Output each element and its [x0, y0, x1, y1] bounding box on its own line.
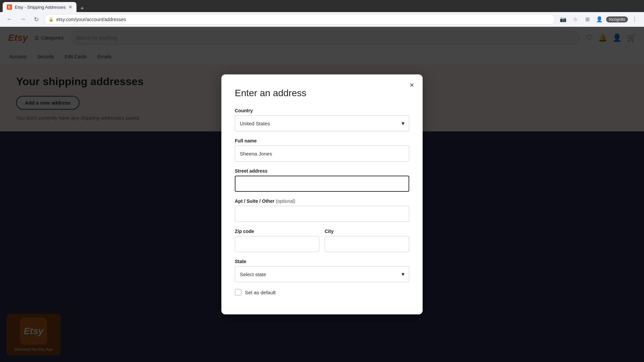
city-label: City	[325, 229, 409, 234]
fullname-input[interactable]	[235, 145, 409, 162]
address-modal: × Enter an address Country United States…	[221, 74, 423, 314]
country-label: Country	[235, 108, 409, 113]
camera-button[interactable]: 📷	[558, 14, 569, 25]
page-background: Etsy ☰ Categories Search for anything ♡ …	[0, 27, 644, 362]
street-label: Street address	[235, 168, 409, 174]
tab-title: Etsy - Shipping Addresses	[15, 5, 66, 10]
tab-bar: E Etsy - Shipping Addresses ✕ +	[0, 0, 644, 12]
state-select-wrapper: Select state Alabama Alaska Arizona Cali…	[235, 266, 409, 282]
state-group: State Select state Alabama Alaska Arizon…	[235, 259, 409, 282]
menu-button[interactable]: ⋮	[629, 14, 640, 25]
country-select[interactable]: United States Canada United Kingdom Aust…	[235, 115, 409, 131]
apt-input[interactable]	[235, 206, 409, 222]
lock-icon: 🔒	[49, 17, 54, 22]
street-group: Street address	[235, 168, 409, 192]
state-select[interactable]: Select state Alabama Alaska Arizona Cali…	[235, 266, 409, 282]
country-select-wrapper: United States Canada United Kingdom Aust…	[235, 115, 409, 131]
zip-label: Zip code	[235, 229, 319, 234]
city-group: City	[325, 229, 409, 252]
default-checkbox[interactable]	[235, 289, 241, 296]
apt-label: Apt / Suite / Other (optional)	[235, 198, 409, 204]
default-label: Set as default	[245, 290, 276, 295]
apt-optional: (optional)	[276, 198, 295, 204]
apt-group: Apt / Suite / Other (optional)	[235, 198, 409, 222]
zip-city-row: Zip code City	[235, 229, 409, 259]
street-input[interactable]	[235, 176, 409, 192]
tab-close-button[interactable]: ✕	[68, 4, 72, 10]
fullname-group: Full name	[235, 138, 409, 162]
modal-close-button[interactable]: ×	[407, 80, 417, 90]
default-checkbox-row: Set as default	[235, 289, 409, 296]
address-bar[interactable]: 🔒 etsy.com/your/account/addresses	[44, 14, 555, 25]
country-group: Country United States Canada United King…	[235, 108, 409, 131]
zip-group: Zip code	[235, 229, 319, 252]
reload-button[interactable]: ↻	[31, 14, 42, 25]
nav-bar: ← → ↻ 🔒 etsy.com/your/account/addresses …	[0, 12, 644, 27]
zip-input[interactable]	[235, 236, 319, 252]
modal-title: Enter an address	[235, 88, 409, 99]
back-button[interactable]: ←	[4, 14, 15, 25]
tab-grid-button[interactable]: ⊞	[582, 14, 593, 25]
tab-favicon: E	[7, 4, 12, 10]
bookmark-button[interactable]: ☆	[570, 14, 581, 25]
nav-right-icons: 📷 ☆ ⊞ 👤 Incognito ⋮	[558, 14, 640, 25]
active-tab[interactable]: E Etsy - Shipping Addresses ✕	[3, 2, 76, 12]
state-label: State	[235, 259, 409, 264]
url-text: etsy.com/your/account/addresses	[56, 17, 126, 22]
incognito-badge: Incognito	[606, 16, 628, 22]
new-tab-button[interactable]: +	[78, 5, 87, 12]
forward-button[interactable]: →	[17, 14, 28, 25]
profile-button[interactable]: 👤	[594, 14, 605, 25]
fullname-label: Full name	[235, 138, 409, 143]
city-input[interactable]	[325, 236, 409, 252]
